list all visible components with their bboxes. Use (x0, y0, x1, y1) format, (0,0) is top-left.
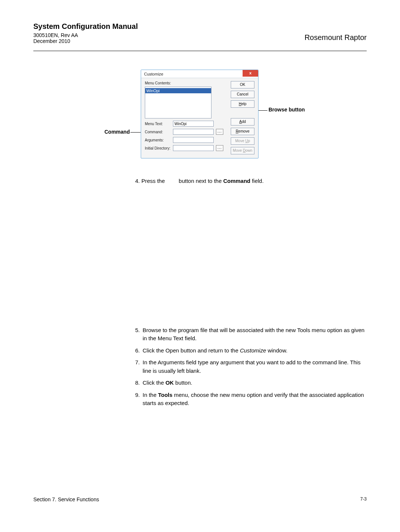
step-8: 8.Click the OK button. (135, 379, 365, 387)
callout-browse: Browse button (269, 107, 305, 113)
add-button[interactable]: Add (231, 118, 254, 126)
command-label: Command: (145, 130, 171, 134)
ok-button[interactable]: OK (231, 81, 254, 88)
initial-directory-input[interactable] (173, 145, 214, 151)
initial-directory-browse-button[interactable]: ... (216, 145, 223, 151)
step-7: 7.In the Arguments field type any argume… (135, 358, 365, 375)
header-rule (33, 51, 367, 51)
menu-contents-listbox[interactable]: WinOpi (145, 87, 211, 118)
steps-list: 5.Browse to the program file that will b… (135, 326, 365, 408)
step-6: 6.Click the Open button and return to th… (135, 347, 365, 355)
arguments-label: Arguments: (145, 138, 171, 142)
move-up-button: Move Up (231, 137, 254, 145)
footer-section: Section 7. Service Functions (33, 496, 99, 502)
dialog-button-column: OK Cancel Help Add Remove Move Up Move D… (231, 81, 254, 154)
step-9: 9.In the Tools menu, choose the new menu… (135, 391, 365, 408)
remove-button[interactable]: Remove (231, 128, 254, 135)
move-down-button: Move Down (231, 147, 254, 154)
command-input[interactable] (173, 129, 214, 135)
footer-page: 7-3 (360, 496, 367, 502)
cancel-button[interactable]: Cancel (231, 91, 254, 98)
initial-directory-label: Initial Directory: (145, 146, 171, 150)
callout-command: Command (104, 129, 130, 135)
customize-dialog: Customize x Menu Contents: WinOpi Menu T… (141, 70, 259, 158)
product-name: Rosemount Raptor (304, 33, 367, 42)
menu-text-label: Menu Text: (145, 122, 171, 126)
manual-title: System Configuration Manual (33, 22, 367, 31)
dialog-figure: Command Browse button Customize x Menu C… (141, 70, 363, 166)
arguments-input[interactable] (173, 137, 214, 143)
command-browse-button[interactable]: ... (216, 129, 223, 135)
step-5: 5.Browse to the program file that will b… (135, 326, 365, 343)
step-4: 4. Press the button next to the Command … (135, 177, 365, 185)
help-button[interactable]: Help (231, 100, 254, 108)
body-content: 4. Press the button next to the Command … (135, 177, 365, 408)
list-item[interactable]: WinOpi (145, 88, 211, 93)
menu-text-input[interactable] (173, 121, 214, 127)
dialog-title: Customize (144, 72, 163, 76)
page-footer: Section 7. Service Functions 7-3 (33, 496, 367, 502)
dialog-titlebar: Customize x (141, 70, 258, 78)
close-button[interactable]: x (243, 70, 258, 77)
